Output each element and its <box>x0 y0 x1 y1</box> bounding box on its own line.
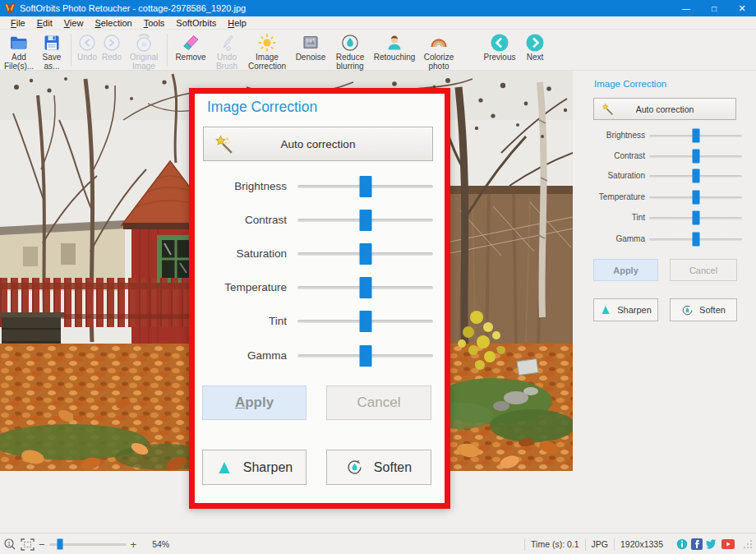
zoom-out-button[interactable]: − <box>39 538 45 551</box>
close-button[interactable]: ✕ <box>728 0 756 16</box>
auto-correction-button[interactable]: Auto correction <box>203 127 433 161</box>
soften-droplet-icon <box>346 459 363 476</box>
tint-slider[interactable] <box>297 320 433 323</box>
floppy-icon <box>43 33 61 53</box>
soften-button[interactable]: Soften <box>326 450 431 485</box>
contrast-slider[interactable] <box>297 219 433 222</box>
slider-thumb[interactable] <box>359 345 371 367</box>
retouching-button[interactable]: Retouching <box>371 33 418 62</box>
auto-correction-button[interactable]: Auto correction <box>593 98 736 120</box>
original-image-button: Original Image <box>125 33 163 71</box>
saturation-slider[interactable] <box>297 252 433 256</box>
menu-view[interactable]: View <box>58 17 90 29</box>
processing-time: Time (s): 0.1 <box>531 539 579 549</box>
tint-row: Tint <box>195 310 445 333</box>
save-as-button[interactable]: Save as... <box>37 33 67 71</box>
slider-thumb[interactable] <box>692 150 699 164</box>
temperature-slider[interactable] <box>649 196 742 199</box>
menu-selection[interactable]: Selection <box>89 17 137 29</box>
contrast-slider[interactable] <box>649 155 742 158</box>
facebook-icon[interactable] <box>691 538 703 550</box>
zoom-actual-size-icon[interactable]: 1 <box>3 538 16 551</box>
photo-icon <box>301 33 320 53</box>
youtube-icon[interactable] <box>721 539 735 549</box>
cancel-button[interactable]: Cancel <box>670 259 737 281</box>
minimize-button[interactable]: — <box>672 0 700 16</box>
add-files-button[interactable]: Add File(s)... <box>2 33 35 71</box>
slider-thumb[interactable] <box>692 191 699 205</box>
brightness-slider[interactable] <box>297 185 433 188</box>
undo-brush-button: Undo Brush <box>211 33 242 71</box>
status-separator <box>524 538 525 551</box>
info-icon[interactable] <box>676 538 688 550</box>
remove-button[interactable]: Remove <box>172 33 210 62</box>
saturation-slider[interactable] <box>649 175 742 178</box>
sharpen-button[interactable]: Sharpen <box>202 450 307 485</box>
toolbar: Add File(s)... Save as... Undo Redo Orig… <box>0 30 756 71</box>
soften-button[interactable]: Soften <box>670 298 737 321</box>
saturation-row: Saturation <box>573 169 756 183</box>
sharpen-triangle-icon <box>216 459 233 476</box>
brightness-row: Brightness <box>195 175 445 198</box>
dialog-title: Image Correction <box>207 99 317 116</box>
maximize-button[interactable]: □ <box>700 0 728 16</box>
gamma-slider[interactable] <box>649 238 742 241</box>
folder-icon <box>9 33 29 53</box>
magic-wand-icon <box>600 102 615 117</box>
menu-help[interactable]: Help <box>222 17 252 29</box>
slider-thumb[interactable] <box>359 311 371 332</box>
menu-tools[interactable]: Tools <box>138 17 171 29</box>
slider-thumb[interactable] <box>692 233 699 247</box>
colorize-photo-button[interactable]: Colorize photo <box>420 33 458 71</box>
image-correction-button[interactable]: Image Correction <box>244 33 290 71</box>
status-separator <box>585 538 586 551</box>
menu-softorbits[interactable]: SoftOrbits <box>170 17 222 29</box>
zoom-in-button[interactable]: + <box>131 538 137 551</box>
slider-thumb[interactable] <box>359 176 371 197</box>
gamma-slider[interactable] <box>297 354 433 358</box>
cancel-button[interactable]: Cancel <box>326 385 431 420</box>
temperature-slider[interactable] <box>297 286 433 289</box>
droplet-icon <box>340 33 360 53</box>
undo-button: Undo <box>76 33 99 62</box>
menu-edit[interactable]: Edit <box>31 17 58 29</box>
saturation-row: Saturation <box>195 242 445 265</box>
slider-thumb[interactable] <box>692 169 699 183</box>
slider-thumb[interactable] <box>359 210 371 231</box>
toolbar-separator <box>71 34 71 67</box>
image-correction-panel: Image Correction Auto correction Brightn… <box>573 71 756 533</box>
brightness-slider[interactable] <box>649 135 742 137</box>
image-correction-dialog: Image Correction Auto correction Brightn… <box>189 88 450 509</box>
brightness-row: Brightness <box>573 128 756 143</box>
next-button[interactable]: Next <box>520 33 550 62</box>
menubar: File Edit View Selection Tools SoftOrbit… <box>0 16 756 30</box>
zoom-percent: 54% <box>152 539 169 549</box>
sharpen-triangle-icon <box>600 304 611 316</box>
sharpen-button[interactable]: Sharpen <box>593 298 658 321</box>
sun-icon <box>257 33 277 53</box>
slider-thumb[interactable] <box>359 243 371 265</box>
toolbar-separator <box>167 34 168 67</box>
apply-button[interactable]: Apply <box>593 259 658 281</box>
slider-thumb[interactable] <box>359 277 371 298</box>
tint-slider[interactable] <box>649 217 742 219</box>
temperature-row: Temperature <box>195 276 445 299</box>
reduce-blurring-button[interactable]: Reduce blurring <box>331 33 369 71</box>
zoom-slider-thumb[interactable] <box>57 539 62 550</box>
previous-button[interactable]: Previous <box>481 33 519 62</box>
zoom-slider[interactable] <box>49 543 127 546</box>
magic-wand-icon <box>212 133 235 156</box>
svg-text:1: 1 <box>7 541 11 547</box>
fit-to-screen-icon[interactable] <box>21 538 35 551</box>
denoise-button[interactable]: Denoise <box>292 33 330 62</box>
titlebar: SoftOrbits Photo Retoucher - cottage-297… <box>0 0 756 16</box>
slider-thumb[interactable] <box>692 129 699 143</box>
apply-button[interactable]: Apply <box>202 385 307 420</box>
gamma-row: Gamma <box>573 232 756 247</box>
twitter-icon[interactable] <box>706 539 718 550</box>
menu-file[interactable]: File <box>5 17 31 29</box>
resize-grip[interactable] <box>743 539 753 549</box>
contrast-row: Contrast <box>195 209 445 232</box>
brush-icon <box>217 33 237 53</box>
slider-thumb[interactable] <box>692 211 699 225</box>
